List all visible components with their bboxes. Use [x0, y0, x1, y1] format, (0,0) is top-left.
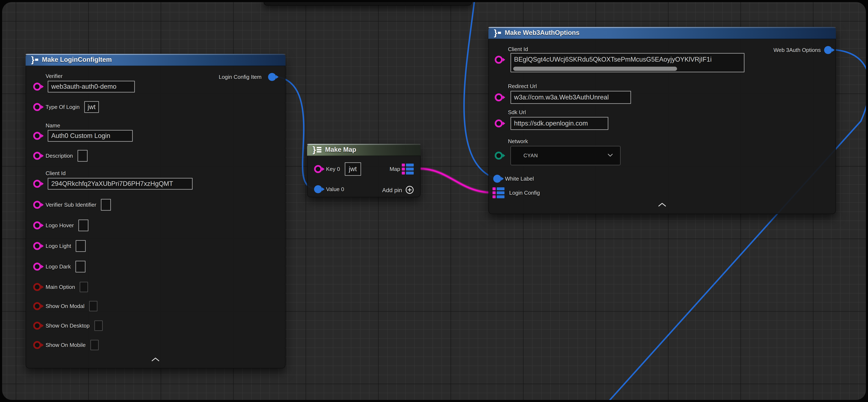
make-struct-icon: }: [31, 56, 38, 64]
logo-dark-label: Logo Dark: [45, 263, 71, 270]
dropdown-chevron-icon: [608, 153, 613, 158]
node-header[interactable]: } Make Web3AuthOptions: [488, 27, 836, 39]
white-label-pin[interactable]: [493, 175, 501, 183]
client-id-input[interactable]: BEglQSgt4cUWcj6SKRdu5QkOXTsePmMcusG5EAoy…: [510, 53, 744, 72]
name-pin[interactable]: [33, 132, 41, 140]
show-on-modal-pin[interactable]: [33, 302, 41, 310]
output-pin-label: Web 3Auth Options: [773, 46, 821, 54]
logo-hover-label: Logo Hover: [45, 222, 74, 229]
key0-label: Key 0: [326, 166, 340, 172]
show-on-modal-checkbox[interactable]: [89, 301, 97, 311]
logo-light-pin[interactable]: [33, 242, 41, 250]
output-pin-web3auth-options[interactable]: [824, 46, 832, 54]
sdk-url-label: Sdk Url: [508, 109, 526, 116]
network-label: Network: [508, 138, 528, 145]
main-option-checkbox[interactable]: [80, 282, 88, 292]
make-map-icon: }: [313, 145, 321, 154]
node-header[interactable]: } Make LoginConfigItem: [26, 54, 285, 66]
output-pin-login-config-item[interactable]: [268, 73, 276, 81]
type-of-login-input[interactable]: [84, 101, 99, 113]
client-id-pin[interactable]: [495, 56, 503, 64]
name-label: Name: [45, 122, 60, 129]
horizontal-scrollbar[interactable]: [513, 67, 677, 71]
node-title: Make Map: [325, 146, 356, 153]
logo-dark-input[interactable]: [75, 261, 86, 272]
output-pin-label: Login Config Item: [219, 73, 261, 81]
show-on-desktop-pin[interactable]: [33, 322, 41, 330]
client-id-label: Client Id: [508, 46, 528, 53]
collapse-chevron-icon[interactable]: [151, 357, 160, 363]
type-of-login-label: Type Of Login: [45, 104, 80, 110]
verifier-sub-identifier-input[interactable]: [101, 199, 111, 211]
logo-light-input[interactable]: [75, 240, 86, 252]
value0-pin[interactable]: [314, 185, 322, 193]
type-of-login-pin[interactable]: [33, 103, 41, 111]
node-make-map[interactable]: } Make Map Key 0 Map Value 0 Add pin: [307, 144, 421, 197]
network-dropdown[interactable]: CYAN: [510, 146, 621, 165]
main-option-pin[interactable]: [33, 283, 41, 291]
logo-hover-input[interactable]: [79, 220, 88, 231]
sdk-url-pin[interactable]: [495, 119, 503, 127]
show-on-mobile-pin[interactable]: [33, 341, 41, 349]
redirect-url-pin[interactable]: [495, 93, 503, 101]
logo-hover-pin[interactable]: [33, 221, 41, 229]
node-title: Make Web3AuthOptions: [505, 29, 580, 36]
client-id-pin[interactable]: [33, 180, 41, 188]
description-input[interactable]: [78, 150, 88, 162]
white-label-label: White Label: [505, 175, 534, 182]
redirect-url-input[interactable]: [510, 91, 631, 104]
verifier-input[interactable]: [48, 81, 135, 92]
redirect-url-label: Redirect Url: [508, 82, 537, 90]
client-id-input[interactable]: [48, 178, 193, 190]
main-option-label: Main Option: [45, 284, 75, 290]
logo-dark-pin[interactable]: [33, 263, 41, 270]
verifier-pin[interactable]: [33, 83, 41, 91]
key0-pin[interactable]: [314, 165, 322, 173]
add-pin-label: Add pin: [382, 186, 402, 194]
node-title: Make LoginConfigItem: [42, 56, 112, 63]
verifier-sub-identifier-label: Verifier Sub Identifier: [45, 202, 96, 208]
login-config-label: Login Config: [509, 189, 540, 197]
description-pin[interactable]: [33, 152, 41, 160]
value0-label: Value 0: [326, 185, 344, 193]
blueprint-editor-screenshot: } Make LoginConfigItem Login Config Item…: [0, 0, 868, 402]
show-on-modal-label: Show On Modal: [45, 303, 85, 310]
description-label: Description: [45, 153, 73, 159]
client-id-label: Client Id: [45, 169, 66, 177]
graph-canvas[interactable]: } Make LoginConfigItem Login Config Item…: [2, 2, 866, 400]
map-pin-icon[interactable]: [402, 164, 414, 174]
verifier-sub-identifier-pin[interactable]: [33, 201, 41, 209]
collapse-chevron-icon[interactable]: [657, 202, 667, 208]
node-make-loginconfigitem[interactable]: } Make LoginConfigItem Login Config Item…: [26, 54, 285, 368]
sdk-url-input[interactable]: [510, 117, 608, 130]
show-on-desktop-label: Show On Desktop: [45, 322, 90, 329]
name-input[interactable]: [48, 130, 133, 142]
key0-input[interactable]: [345, 162, 361, 176]
network-pin[interactable]: [495, 151, 503, 160]
node-make-web3authoptions[interactable]: } Make Web3AuthOptions Web 3Auth Options…: [488, 27, 836, 214]
node-header[interactable]: } Make Map: [307, 144, 421, 156]
wire-map-to-loginconfig[interactable]: [420, 169, 493, 193]
make-struct-icon: }: [494, 29, 501, 37]
logo-light-label: Logo Light: [45, 243, 71, 249]
verifier-label: Verifier: [45, 72, 63, 80]
add-pin-icon[interactable]: [405, 185, 414, 196]
offscreen-node-partial[interactable]: [264, 2, 472, 5]
login-config-map-pin-icon[interactable]: [493, 187, 504, 198]
show-on-mobile-label: Show On Mobile: [45, 342, 86, 348]
show-on-mobile-checkbox[interactable]: [90, 340, 99, 350]
show-on-desktop-checkbox[interactable]: [94, 320, 103, 331]
map-output-label: Map: [390, 165, 400, 173]
